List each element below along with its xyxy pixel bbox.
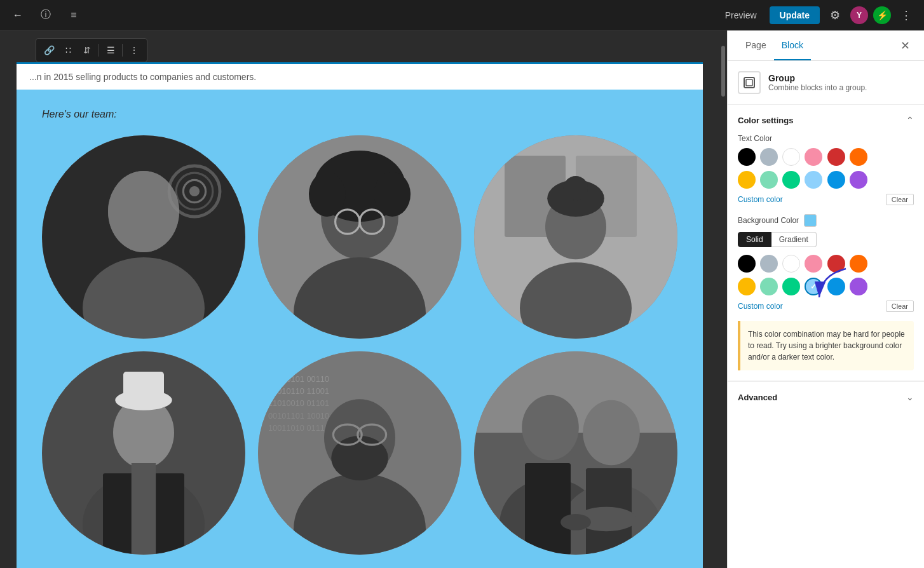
tab-block[interactable]: Block — [774, 31, 811, 60]
bg-swatch-pink[interactable] — [805, 255, 822, 273]
team-photo-6 — [474, 351, 677, 555]
yoast-badge[interactable]: Y — [850, 6, 868, 24]
bg-swatch-purple[interactable] — [850, 278, 867, 295]
top-bar-right: Preview Update ⚙ Y ⚡ ⋮ — [717, 5, 916, 25]
bg-color-links: Custom color Clear — [738, 301, 914, 312]
svg-rect-30 — [132, 463, 156, 555]
bg-color-preview — [804, 214, 817, 227]
gradient-button[interactable]: Gradient — [771, 232, 817, 247]
text-swatch-purple[interactable] — [850, 171, 867, 189]
svg-text:11010010 01101: 11010010 01101 — [268, 398, 329, 408]
background-color-label: Background Color — [738, 214, 914, 227]
color-settings-header: Color settings ⌃ — [738, 115, 914, 125]
text-swatch-green[interactable] — [782, 171, 800, 189]
team-photo-inner-2 — [258, 135, 461, 339]
toolbar-divider-2 — [122, 44, 123, 57]
team-photo-inner-4 — [42, 351, 245, 555]
team-photo-inner-3 — [474, 135, 677, 339]
solid-gradient-toggle: Solid Gradient — [738, 232, 914, 247]
svg-point-7 — [189, 186, 200, 196]
svg-point-53 — [561, 514, 591, 531]
bg-clear-button[interactable]: Clear — [886, 301, 914, 312]
svg-rect-32 — [123, 372, 164, 402]
bolt-badge[interactable]: ⚡ — [873, 6, 891, 24]
svg-rect-50 — [525, 463, 571, 555]
svg-text:10011010 01110: 10011010 01110 — [268, 423, 329, 433]
text-swatch-white[interactable] — [782, 148, 800, 166]
block-info: Group Combine blocks into a group. — [728, 61, 924, 105]
svg-text:00101101 10010: 00101101 10010 — [268, 411, 329, 421]
expand-icon: ⌄ — [906, 392, 914, 402]
info-button[interactable]: ⓘ — [36, 5, 56, 25]
update-button[interactable]: Update — [770, 6, 820, 24]
back-button[interactable]: ← — [8, 5, 28, 25]
advanced-header[interactable]: Advanced ⌄ — [738, 382, 914, 412]
bg-swatch-yellow[interactable] — [738, 278, 756, 295]
check-icon: ✓ — [810, 282, 817, 291]
bg-swatch-blue[interactable] — [827, 278, 845, 295]
bg-swatch-orange[interactable] — [850, 255, 867, 273]
more-options-button[interactable]: ⋮ — [896, 5, 916, 25]
bg-swatch-red[interactable] — [827, 255, 845, 273]
editor-scrollbar[interactable] — [719, 30, 727, 568]
text-swatch-blue[interactable] — [827, 171, 845, 189]
text-color-swatches-row2 — [738, 171, 914, 189]
toolbar-divider — [99, 44, 99, 57]
text-swatch-pink[interactable] — [805, 148, 822, 166]
sidebar: Page Block ✕ Group Combine blocks into a… — [727, 30, 924, 568]
bg-swatch-green[interactable] — [782, 278, 800, 295]
top-bar: ← ⓘ ≡ Preview Update ⚙ Y ⚡ ⋮ — [0, 0, 924, 30]
team-label: Here's our team: — [42, 109, 677, 120]
block-more-button[interactable]: ⋮ — [125, 41, 143, 59]
text-clear-button[interactable]: Clear — [886, 194, 914, 205]
text-custom-color-button[interactable]: Custom color — [738, 195, 783, 204]
settings-button[interactable]: ⚙ — [825, 5, 845, 25]
team-photo-1 — [42, 135, 245, 339]
text-swatch-gray[interactable] — [760, 148, 778, 166]
bg-swatch-gray[interactable] — [760, 255, 778, 273]
warning-text: This color combination may be hard for p… — [748, 328, 906, 363]
solid-button[interactable]: Solid — [738, 232, 771, 247]
team-section[interactable]: Here's our team: — [17, 90, 703, 568]
block-move-button[interactable]: ⇵ — [78, 41, 96, 59]
sidebar-header: Page Block ✕ — [728, 30, 924, 61]
editor-scroll-thumb — [721, 46, 725, 97]
text-swatch-yellow[interactable] — [738, 171, 756, 189]
editor-area: 🔗 ∷ ⇵ ☰ ⋮ ...n in 2015 selling products … — [0, 30, 719, 568]
block-drag-button[interactable]: ∷ — [59, 41, 77, 59]
bg-swatch-lightblue[interactable]: ✓ — [805, 278, 822, 295]
team-grid: 10110101 00110 01010110 11001 11010010 0… — [42, 135, 677, 555]
preview-button[interactable]: Preview — [717, 6, 764, 24]
svg-point-14 — [374, 172, 411, 217]
block-align-button[interactable]: ☰ — [102, 41, 119, 59]
bg-swatch-white[interactable] — [782, 255, 800, 273]
advanced-title: Advanced — [738, 393, 777, 402]
svg-text:01010110 11001: 01010110 11001 — [268, 386, 329, 396]
text-swatch-orange[interactable] — [850, 148, 867, 166]
team-photo-inner-5: 10110101 00110 01010110 11001 11010010 0… — [258, 351, 461, 555]
content-block: ...n in 2015 selling products to compani… — [17, 62, 703, 568]
close-sidebar-button[interactable]: ✕ — [896, 37, 914, 55]
text-swatch-lightgreen[interactable] — [760, 171, 778, 189]
list-view-button[interactable]: ≡ — [64, 5, 84, 25]
bg-swatch-black[interactable] — [738, 255, 756, 273]
color-settings-section: Color settings ⌃ Text Color — [728, 105, 924, 381]
svg-point-46 — [522, 395, 579, 460]
warning-box: This color combination may be hard for p… — [738, 321, 914, 370]
collapse-color-settings-button[interactable]: ⌃ — [906, 115, 914, 125]
text-swatch-red[interactable] — [827, 148, 845, 166]
main-area: 🔗 ∷ ⇵ ☰ ⋮ ...n in 2015 selling products … — [0, 30, 924, 568]
block-link-button[interactable]: 🔗 — [40, 41, 58, 59]
text-strip-content: ...n in 2015 selling products to compani… — [29, 72, 256, 82]
svg-point-3 — [108, 171, 179, 252]
team-photo-4 — [42, 351, 245, 555]
svg-point-24 — [564, 176, 588, 200]
svg-point-13 — [309, 172, 346, 217]
text-swatch-black[interactable] — [738, 148, 756, 166]
bg-custom-color-button[interactable]: Custom color — [738, 302, 783, 311]
text-color-links: Custom color Clear — [738, 194, 914, 205]
bg-swatch-lightgreen[interactable] — [760, 278, 778, 295]
svg-point-48 — [583, 400, 640, 465]
tab-page[interactable]: Page — [738, 31, 774, 60]
text-swatch-lightblue[interactable] — [805, 171, 822, 189]
